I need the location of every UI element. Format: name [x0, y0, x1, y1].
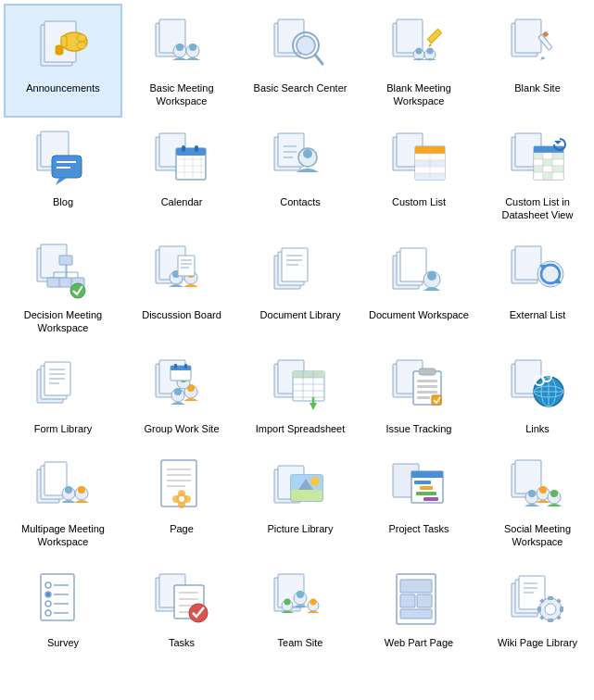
item-blog[interactable]: Blog	[4, 118, 122, 231]
item-blank-meeting-workspace[interactable]: Blank Meeting Workspace	[360, 4, 478, 118]
item-tasks[interactable]: Tasks	[122, 558, 241, 658]
item-announcements[interactable]: Announcements	[4, 4, 122, 118]
document-workspace-label: Document Workspace	[369, 308, 469, 321]
item-discussion-board[interactable]: Discussion Board	[122, 231, 241, 344]
svg-rect-49	[195, 145, 198, 152]
item-web-part-page[interactable]: Web Part Page	[360, 558, 478, 658]
svg-rect-241	[400, 580, 432, 593]
svg-rect-78	[543, 159, 552, 166]
item-project-tasks[interactable]: Project Tasks	[360, 444, 478, 558]
blank-site-icon	[505, 13, 570, 78]
item-calendar[interactable]: Calendar	[122, 118, 241, 231]
svg-point-218	[45, 592, 51, 597]
item-external-list[interactable]: External List	[478, 231, 594, 344]
page-icon	[149, 454, 214, 519]
announcements-label: Announcements	[26, 81, 100, 94]
svg-rect-252	[537, 606, 541, 612]
svg-rect-74	[534, 153, 543, 159]
svg-point-10	[176, 44, 183, 51]
item-social-meeting-workspace[interactable]: Social Meeting Workspace	[478, 444, 594, 558]
svg-point-135	[174, 388, 182, 395]
svg-rect-96	[59, 278, 72, 287]
svg-rect-243	[417, 594, 432, 607]
svg-point-235	[297, 591, 304, 598]
svg-rect-41	[176, 148, 206, 156]
svg-rect-83	[534, 172, 543, 180]
item-custom-list-datasheet[interactable]: Custom List in Datasheet View	[478, 118, 594, 231]
item-page[interactable]: Page	[122, 444, 241, 558]
svg-point-119	[427, 271, 436, 281]
svg-marker-35	[56, 178, 67, 185]
svg-rect-242	[400, 594, 415, 607]
svg-rect-208	[515, 460, 541, 494]
svg-rect-82	[552, 166, 563, 172]
blog-label: Blog	[53, 195, 73, 208]
item-picture-library[interactable]: Picture Library	[241, 444, 360, 558]
basic-search-center-label: Basic Search Center	[254, 81, 348, 94]
item-form-library[interactable]: Form Library	[4, 344, 122, 444]
basic-meeting-workspace-label: Basic Meeting Workspace	[131, 81, 233, 108]
item-document-library[interactable]: Document Library	[241, 231, 360, 344]
item-import-spreadsheet[interactable]: Import Spreadsheet	[241, 344, 360, 444]
item-document-workspace[interactable]: Document Workspace	[360, 231, 478, 344]
item-group-work-site[interactable]: Group Work Site	[122, 344, 241, 444]
svg-rect-80	[534, 166, 543, 172]
document-library-icon	[268, 240, 333, 305]
svg-point-249	[545, 604, 556, 615]
item-basic-search-center[interactable]: Basic Search Center	[241, 4, 360, 118]
blank-meeting-workspace-icon	[386, 13, 451, 78]
svg-point-214	[550, 490, 558, 497]
item-wiki-page-library[interactable]: Wiki Page Library	[478, 558, 594, 658]
svg-point-98	[70, 283, 85, 298]
svg-point-239	[284, 598, 291, 605]
group-work-site-icon	[149, 354, 214, 419]
svg-point-17	[297, 36, 315, 55]
svg-rect-48	[182, 145, 185, 152]
item-survey[interactable]: Survey	[4, 558, 122, 658]
blank-meeting-workspace-label: Blank Meeting Workspace	[368, 81, 470, 108]
item-team-site[interactable]: Team Site	[241, 558, 360, 658]
item-blank-site[interactable]: Blank Site	[478, 4, 594, 118]
svg-point-190	[183, 495, 191, 503]
contacts-icon	[268, 127, 333, 192]
item-custom-list[interactable]: Custom List	[360, 118, 478, 231]
svg-point-6	[77, 42, 86, 49]
contacts-label: Contacts	[280, 195, 320, 208]
wiki-page-library-icon	[505, 568, 570, 632]
svg-rect-25	[427, 29, 442, 44]
custom-list-datasheet-label: Custom List in Datasheet View	[487, 195, 588, 222]
svg-rect-160	[417, 380, 437, 382]
project-tasks-icon	[386, 454, 451, 519]
item-decision-meeting-workspace[interactable]: Decision Meeting Workspace	[4, 231, 122, 344]
svg-point-212	[539, 486, 547, 494]
svg-point-187	[178, 490, 185, 497]
svg-rect-4	[56, 45, 63, 55]
svg-rect-89	[59, 256, 72, 265]
item-contacts[interactable]: Contacts	[241, 118, 360, 231]
svg-point-12	[189, 44, 196, 51]
import-spreadsheet-label: Import Spreadsheet	[256, 422, 346, 435]
multipage-meeting-workspace-icon	[31, 454, 95, 519]
project-tasks-label: Project Tasks	[388, 522, 449, 535]
svg-point-22	[416, 48, 423, 55]
svg-marker-86	[554, 141, 562, 144]
item-links[interactable]: Links	[478, 344, 594, 444]
svg-marker-30	[540, 56, 546, 60]
item-basic-meeting-workspace[interactable]: Basic Meeting Workspace	[122, 4, 241, 118]
blank-site-label: Blank Site	[514, 81, 561, 94]
blog-icon	[31, 127, 95, 192]
links-icon	[505, 354, 570, 419]
picture-library-icon	[268, 454, 333, 519]
item-multipage-meeting-workspace[interactable]: Multipage Meeting Workspace	[4, 444, 122, 558]
svg-rect-159	[419, 369, 436, 375]
svg-rect-105	[178, 256, 195, 276]
svg-point-53	[303, 149, 312, 158]
item-issue-tracking[interactable]: Issue Tracking	[360, 344, 478, 444]
svg-rect-75	[543, 153, 552, 159]
svg-point-210	[528, 490, 536, 497]
external-list-label: External List	[510, 308, 566, 321]
svg-point-24	[427, 48, 434, 55]
tasks-label: Tasks	[169, 636, 195, 649]
social-meeting-workspace-label: Social Meeting Workspace	[487, 522, 588, 549]
svg-point-188	[178, 501, 185, 508]
